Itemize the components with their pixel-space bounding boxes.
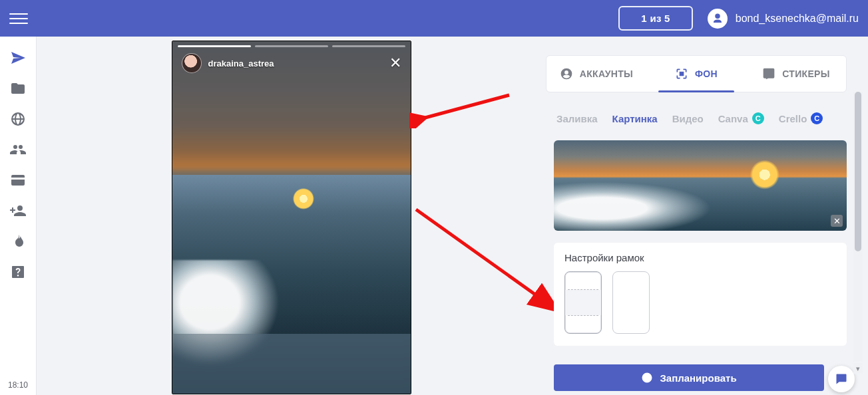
clock-time: 18:10 bbox=[8, 380, 28, 395]
frame-option-letterbox[interactable] bbox=[564, 271, 602, 334]
people-icon[interactable] bbox=[10, 142, 26, 158]
scrollbar-thumb[interactable] bbox=[855, 92, 861, 251]
send-icon[interactable] bbox=[10, 50, 26, 66]
story-username: drakaina_astrea bbox=[208, 59, 274, 68]
subtab-video[interactable]: Видео bbox=[672, 113, 704, 124]
subtab-crello[interactable]: Crello C bbox=[779, 112, 823, 124]
subtab-canva[interactable]: Canva C bbox=[718, 112, 764, 124]
top-bar: 1 из 5 bond_ksenechka@mail.ru bbox=[0, 0, 868, 37]
tab-label: АККАУНТЫ bbox=[580, 68, 633, 79]
background-thumbnail[interactable]: ✕ bbox=[554, 140, 847, 231]
subtab-label: Crello bbox=[779, 113, 807, 124]
svg-line-1 bbox=[416, 209, 556, 309]
chat-fab[interactable] bbox=[828, 366, 855, 392]
user-icon bbox=[712, 13, 724, 25]
panel-scrollbar[interactable]: ▾ bbox=[853, 92, 863, 362]
panel-tabs: АККАУНТЫ ФОН СТИКЕРЫ bbox=[546, 55, 847, 92]
globe-icon[interactable] bbox=[10, 111, 26, 127]
background-subtabs: Заливка Картинка Видео Canva C Crello C bbox=[556, 112, 847, 124]
card-icon[interactable] bbox=[10, 172, 26, 188]
tab-label: СТИКЕРЫ bbox=[782, 68, 829, 79]
user-avatar[interactable] bbox=[708, 9, 728, 29]
menu-toggle-button[interactable] bbox=[9, 9, 28, 28]
tab-accounts[interactable]: АККАУНТЫ bbox=[546, 56, 646, 92]
delete-thumbnail-button[interactable]: ✕ bbox=[831, 215, 843, 227]
canva-badge-icon: C bbox=[752, 112, 764, 124]
chat-icon bbox=[835, 372, 848, 386]
annotation-arrow bbox=[409, 203, 569, 323]
scroll-down-icon[interactable]: ▾ bbox=[853, 363, 863, 374]
story-preview[interactable]: drakaina_astrea ✕ bbox=[172, 41, 411, 394]
folder-icon[interactable] bbox=[10, 80, 26, 96]
story-counter-button[interactable]: 1 из 5 bbox=[618, 6, 693, 31]
sidebar: 18:10 bbox=[0, 37, 37, 395]
schedule-button[interactable]: Запланировать bbox=[554, 364, 824, 391]
tab-label: ФОН bbox=[695, 68, 718, 79]
subtab-label: Canva bbox=[718, 113, 748, 124]
user-email: bond_ksenechka@mail.ru bbox=[736, 13, 859, 25]
subtab-fill[interactable]: Заливка bbox=[556, 113, 598, 124]
frame-option-full[interactable] bbox=[612, 271, 650, 334]
annotation-arrow bbox=[409, 88, 516, 128]
clock-plus-icon bbox=[641, 372, 653, 384]
fire-icon[interactable] bbox=[10, 233, 26, 249]
tab-stickers[interactable]: СТИКЕРЫ bbox=[746, 56, 846, 92]
story-avatar bbox=[182, 53, 202, 73]
schedule-label: Запланировать bbox=[660, 372, 736, 384]
close-icon[interactable]: ✕ bbox=[389, 56, 401, 70]
crello-badge-icon: C bbox=[811, 112, 823, 124]
story-progress-bars bbox=[178, 45, 405, 47]
tab-background[interactable]: ФОН bbox=[646, 56, 746, 92]
help-icon[interactable] bbox=[10, 264, 26, 280]
subtab-image[interactable]: Картинка bbox=[612, 113, 658, 124]
background-icon bbox=[675, 67, 688, 80]
frames-title: Настройки рамок bbox=[564, 252, 836, 263]
add-user-icon[interactable] bbox=[10, 203, 26, 219]
frames-settings-card: Настройки рамок bbox=[554, 243, 847, 346]
sticker-icon bbox=[762, 67, 775, 80]
svg-line-0 bbox=[423, 95, 509, 118]
right-panel: АККАУНТЫ ФОН СТИКЕРЫ Заливка Картинка Ви… bbox=[546, 37, 863, 395]
user-circle-icon bbox=[560, 67, 573, 80]
preview-area: drakaina_astrea ✕ bbox=[37, 37, 546, 395]
